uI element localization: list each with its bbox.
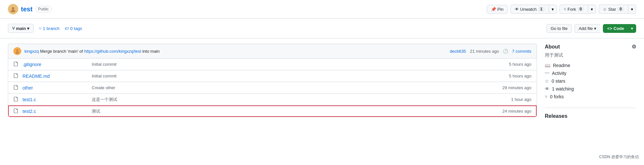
file-name[interactable]: .gitignore (23, 62, 88, 67)
chevron-down-icon: ▾ (594, 26, 596, 31)
content-area: kingxzq Merge branch 'main' of https://g… (0, 38, 644, 132)
sidebar-stars-link[interactable]: ☆ 0 stars (545, 78, 636, 84)
sidebar-watching-link[interactable]: 👁 1 watching (545, 86, 636, 92)
file-icon (13, 85, 19, 91)
file-message: 测试 (92, 108, 498, 114)
fork-dropdown[interactable]: ▾ (588, 5, 596, 14)
branch-selector[interactable]: ⑂ main ▾ (8, 24, 34, 33)
nav-actions: Go to file Add file ▾ <> Code ▾ (546, 24, 636, 33)
add-file-button-group: Add file ▾ (574, 24, 600, 33)
go-to-file-button[interactable]: Go to file (546, 24, 572, 33)
pin-button[interactable]: 📌 Pin (487, 5, 508, 14)
sidebar-readme-link[interactable]: 📖 Readme (545, 62, 636, 69)
table-row[interactable]: test1.c 这是一个测试 1 hour ago (8, 94, 537, 105)
code-dropdown[interactable]: ▾ (628, 24, 636, 33)
gear-icon[interactable]: ⚙ (632, 44, 636, 50)
file-icon (13, 108, 19, 114)
file-message: Create other (92, 85, 498, 90)
commit-info: kingxzq Merge branch 'main' of https://g… (24, 49, 447, 54)
fork-button-group: ⑂ Fork 0 ▾ (559, 5, 596, 14)
about-description: 用于测试 (545, 52, 636, 58)
file-time: 5 hours ago (509, 74, 531, 78)
repo-name[interactable]: test (21, 6, 33, 13)
file-name[interactable]: test2.c (23, 109, 88, 114)
star-button[interactable]: ☆ Star 0 (599, 5, 628, 14)
svg-point-0 (12, 7, 14, 10)
code-button[interactable]: <> Code (603, 24, 628, 33)
commit-hash-link[interactable]: decb635 (450, 49, 466, 54)
file-table: .gitignore Initial commit 5 hours ago RE… (8, 59, 537, 117)
about-title: About ⚙ (545, 44, 636, 50)
code-button-group: <> Code ▾ (603, 24, 636, 33)
fork-button[interactable]: ⑂ Fork 0 (559, 5, 588, 14)
file-name[interactable]: other (23, 85, 88, 90)
sidebar-divider (545, 108, 636, 108)
book-icon: 📖 (545, 63, 550, 68)
file-time: 5 hours ago (509, 62, 531, 67)
repo-title: test Public (8, 4, 52, 14)
file-time: 29 minutes ago (502, 85, 531, 90)
chevron-down-icon: ▾ (27, 26, 29, 31)
nav-meta: ⑂ 1 branch 🏷 0 tags (39, 26, 82, 31)
svg-point-3 (16, 52, 19, 54)
star-button-group: ☆ Star 0 ▾ (599, 5, 636, 14)
top-bar: test Public 📌 Pin 👁 Unwatch 1 ▾ ⑂ Fork 0… (0, 0, 644, 19)
commit-author-link[interactable]: kingxzq (24, 49, 39, 54)
top-bar-actions: 📌 Pin 👁 Unwatch 1 ▾ ⑂ Fork 0 ▾ ☆ Sta (487, 5, 636, 14)
tag-icon: 🏷 (65, 26, 69, 31)
table-row[interactable]: .gitignore Initial commit 5 hours ago (8, 59, 537, 70)
commit-bar: kingxzq Merge branch 'main' of https://g… (8, 44, 537, 59)
branch-icon: ⑂ (12, 26, 15, 31)
file-icon (13, 73, 19, 79)
releases-title: Releases (545, 113, 636, 119)
file-icon (13, 61, 19, 67)
star-icon: ☆ (603, 7, 607, 12)
fork-icon: ⑂ (564, 7, 566, 12)
add-file-button[interactable]: Add file ▾ (574, 24, 600, 33)
file-time: 24 minutes ago (502, 109, 531, 114)
file-icon (13, 96, 19, 103)
avatar (8, 4, 18, 14)
commits-count-link[interactable]: 7 commits (512, 49, 531, 54)
tags-count-link[interactable]: 🏷 0 tags (65, 26, 82, 31)
file-message: 这是一个测试 (92, 97, 507, 103)
file-name[interactable]: README.md (23, 74, 88, 79)
commit-repo-link[interactable]: https://github.com/kingxzq/test (84, 49, 141, 54)
commit-meta: decb635 21 minutes ago 🕐 7 commits (450, 49, 531, 54)
table-row[interactable]: other Create other 29 minutes ago (8, 82, 537, 94)
fork-icon: ⑂ (545, 94, 547, 99)
star-icon: ☆ (545, 78, 549, 84)
pin-icon: 📌 (491, 7, 496, 12)
releases-section: Releases (545, 113, 636, 119)
eye-icon: 👁 (545, 86, 549, 91)
table-row[interactable]: test2.c 测试 24 minutes ago (8, 105, 537, 117)
unwatch-button[interactable]: 👁 Unwatch 1 (510, 5, 549, 14)
branch-count-icon: ⑂ (39, 26, 41, 31)
svg-point-1 (11, 10, 15, 12)
about-section: About ⚙ 用于测试 📖 Readme 〰 Activity ☆ 0 st (545, 44, 636, 100)
star-dropdown[interactable]: ▾ (628, 5, 636, 14)
unwatch-dropdown[interactable]: ▾ (549, 5, 557, 14)
branch-count-link[interactable]: ⑂ 1 branch (39, 26, 59, 31)
file-time: 1 hour ago (511, 97, 531, 102)
file-message: Initial commit (92, 62, 505, 67)
file-message: Initial commit (92, 74, 505, 78)
sidebar-links: 📖 Readme 〰 Activity ☆ 0 stars 👁 1 watchi… (545, 62, 636, 100)
repo-nav: ⑂ main ▾ ⑂ 1 branch 🏷 0 tags Go to file … (0, 19, 644, 38)
activity-icon: 〰 (545, 71, 549, 76)
clock-icon: 🕐 (503, 49, 508, 54)
sidebar-activity-link[interactable]: 〰 Activity (545, 70, 636, 76)
code-icon: <> (607, 26, 612, 31)
unwatch-button-group: 👁 Unwatch 1 ▾ (510, 5, 557, 14)
eye-icon: 👁 (515, 7, 519, 12)
table-row[interactable]: README.md Initial commit 5 hours ago (8, 70, 537, 82)
svg-point-2 (16, 49, 18, 51)
commit-avatar (13, 47, 21, 55)
public-badge: Public (35, 6, 52, 12)
file-browser: kingxzq Merge branch 'main' of https://g… (8, 44, 537, 127)
file-name[interactable]: test1.c (23, 97, 88, 102)
sidebar-forks-link[interactable]: ⑂ 0 forks (545, 93, 636, 100)
sidebar: About ⚙ 用于测试 📖 Readme 〰 Activity ☆ 0 st (545, 44, 636, 127)
